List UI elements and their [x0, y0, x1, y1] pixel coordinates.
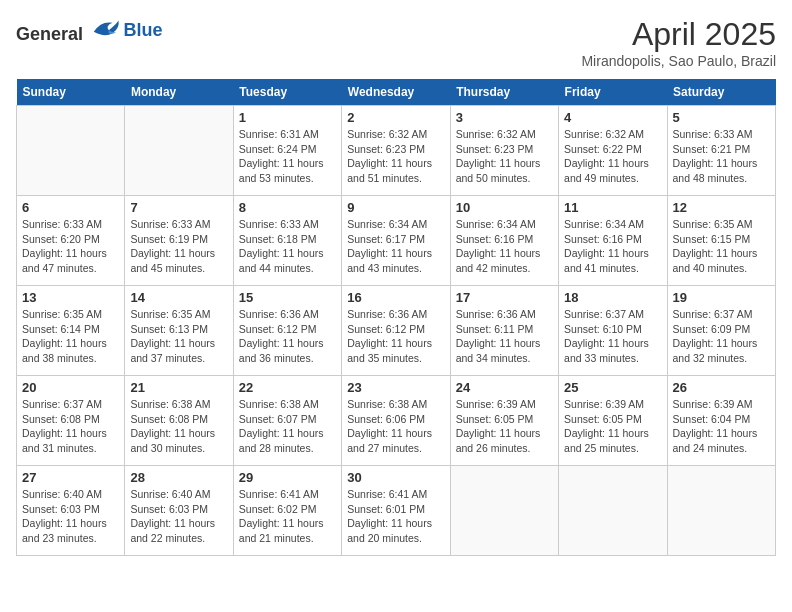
title-area: April 2025 Mirandopolis, Sao Paulo, Braz…: [581, 16, 776, 69]
calendar-week-4: 20Sunrise: 6:37 AMSunset: 6:08 PMDayligh…: [17, 376, 776, 466]
day-info: Sunrise: 6:36 AMSunset: 6:12 PMDaylight:…: [347, 307, 444, 366]
calendar-cell: 8Sunrise: 6:33 AMSunset: 6:18 PMDaylight…: [233, 196, 341, 286]
day-info: Sunrise: 6:37 AMSunset: 6:09 PMDaylight:…: [673, 307, 770, 366]
weekday-header-row: SundayMondayTuesdayWednesdayThursdayFrid…: [17, 79, 776, 106]
weekday-header-monday: Monday: [125, 79, 233, 106]
logo-general: General: [16, 24, 83, 44]
weekday-header-sunday: Sunday: [17, 79, 125, 106]
day-info: Sunrise: 6:31 AMSunset: 6:24 PMDaylight:…: [239, 127, 336, 186]
day-number: 5: [673, 110, 770, 125]
calendar-cell: 18Sunrise: 6:37 AMSunset: 6:10 PMDayligh…: [559, 286, 667, 376]
day-info: Sunrise: 6:39 AMSunset: 6:04 PMDaylight:…: [673, 397, 770, 456]
calendar-cell: 25Sunrise: 6:39 AMSunset: 6:05 PMDayligh…: [559, 376, 667, 466]
calendar-cell: [559, 466, 667, 556]
calendar-body: 1Sunrise: 6:31 AMSunset: 6:24 PMDaylight…: [17, 106, 776, 556]
calendar-cell: 29Sunrise: 6:41 AMSunset: 6:02 PMDayligh…: [233, 466, 341, 556]
day-number: 7: [130, 200, 227, 215]
day-number: 25: [564, 380, 661, 395]
day-number: 24: [456, 380, 553, 395]
day-number: 17: [456, 290, 553, 305]
calendar-cell: 24Sunrise: 6:39 AMSunset: 6:05 PMDayligh…: [450, 376, 558, 466]
calendar-table: SundayMondayTuesdayWednesdayThursdayFrid…: [16, 79, 776, 556]
day-info: Sunrise: 6:32 AMSunset: 6:22 PMDaylight:…: [564, 127, 661, 186]
day-info: Sunrise: 6:32 AMSunset: 6:23 PMDaylight:…: [456, 127, 553, 186]
day-info: Sunrise: 6:41 AMSunset: 6:01 PMDaylight:…: [347, 487, 444, 546]
day-info: Sunrise: 6:34 AMSunset: 6:17 PMDaylight:…: [347, 217, 444, 276]
calendar-subtitle: Mirandopolis, Sao Paulo, Brazil: [581, 53, 776, 69]
calendar-cell: 12Sunrise: 6:35 AMSunset: 6:15 PMDayligh…: [667, 196, 775, 286]
weekday-header-wednesday: Wednesday: [342, 79, 450, 106]
calendar-cell: 30Sunrise: 6:41 AMSunset: 6:01 PMDayligh…: [342, 466, 450, 556]
day-info: Sunrise: 6:40 AMSunset: 6:03 PMDaylight:…: [22, 487, 119, 546]
calendar-cell: 11Sunrise: 6:34 AMSunset: 6:16 PMDayligh…: [559, 196, 667, 286]
calendar-cell: 21Sunrise: 6:38 AMSunset: 6:08 PMDayligh…: [125, 376, 233, 466]
calendar-cell: 17Sunrise: 6:36 AMSunset: 6:11 PMDayligh…: [450, 286, 558, 376]
calendar-cell: 10Sunrise: 6:34 AMSunset: 6:16 PMDayligh…: [450, 196, 558, 286]
day-info: Sunrise: 6:37 AMSunset: 6:08 PMDaylight:…: [22, 397, 119, 456]
calendar-cell: [667, 466, 775, 556]
day-number: 29: [239, 470, 336, 485]
day-number: 23: [347, 380, 444, 395]
day-number: 10: [456, 200, 553, 215]
calendar-cell: 6Sunrise: 6:33 AMSunset: 6:20 PMDaylight…: [17, 196, 125, 286]
calendar-week-3: 13Sunrise: 6:35 AMSunset: 6:14 PMDayligh…: [17, 286, 776, 376]
calendar-cell: 22Sunrise: 6:38 AMSunset: 6:07 PMDayligh…: [233, 376, 341, 466]
day-info: Sunrise: 6:38 AMSunset: 6:06 PMDaylight:…: [347, 397, 444, 456]
calendar-cell: 19Sunrise: 6:37 AMSunset: 6:09 PMDayligh…: [667, 286, 775, 376]
logo: General Blue: [16, 16, 163, 45]
calendar-title: April 2025: [581, 16, 776, 53]
calendar-cell: [450, 466, 558, 556]
page-header: General Blue April 2025 Mirandopolis, Sa…: [16, 16, 776, 69]
calendar-week-1: 1Sunrise: 6:31 AMSunset: 6:24 PMDaylight…: [17, 106, 776, 196]
calendar-cell: [17, 106, 125, 196]
day-number: 26: [673, 380, 770, 395]
calendar-cell: 20Sunrise: 6:37 AMSunset: 6:08 PMDayligh…: [17, 376, 125, 466]
day-number: 20: [22, 380, 119, 395]
day-number: 11: [564, 200, 661, 215]
day-number: 6: [22, 200, 119, 215]
day-info: Sunrise: 6:39 AMSunset: 6:05 PMDaylight:…: [564, 397, 661, 456]
day-number: 28: [130, 470, 227, 485]
day-number: 27: [22, 470, 119, 485]
day-number: 18: [564, 290, 661, 305]
day-number: 15: [239, 290, 336, 305]
calendar-cell: 1Sunrise: 6:31 AMSunset: 6:24 PMDaylight…: [233, 106, 341, 196]
day-info: Sunrise: 6:38 AMSunset: 6:08 PMDaylight:…: [130, 397, 227, 456]
day-info: Sunrise: 6:37 AMSunset: 6:10 PMDaylight:…: [564, 307, 661, 366]
calendar-cell: 15Sunrise: 6:36 AMSunset: 6:12 PMDayligh…: [233, 286, 341, 376]
calendar-week-5: 27Sunrise: 6:40 AMSunset: 6:03 PMDayligh…: [17, 466, 776, 556]
day-info: Sunrise: 6:33 AMSunset: 6:18 PMDaylight:…: [239, 217, 336, 276]
calendar-header: SundayMondayTuesdayWednesdayThursdayFrid…: [17, 79, 776, 106]
day-info: Sunrise: 6:38 AMSunset: 6:07 PMDaylight:…: [239, 397, 336, 456]
weekday-header-tuesday: Tuesday: [233, 79, 341, 106]
weekday-header-friday: Friday: [559, 79, 667, 106]
day-number: 30: [347, 470, 444, 485]
calendar-cell: 23Sunrise: 6:38 AMSunset: 6:06 PMDayligh…: [342, 376, 450, 466]
calendar-cell: 3Sunrise: 6:32 AMSunset: 6:23 PMDaylight…: [450, 106, 558, 196]
day-info: Sunrise: 6:33 AMSunset: 6:21 PMDaylight:…: [673, 127, 770, 186]
calendar-cell: 16Sunrise: 6:36 AMSunset: 6:12 PMDayligh…: [342, 286, 450, 376]
day-number: 8: [239, 200, 336, 215]
calendar-cell: 13Sunrise: 6:35 AMSunset: 6:14 PMDayligh…: [17, 286, 125, 376]
day-info: Sunrise: 6:36 AMSunset: 6:11 PMDaylight:…: [456, 307, 553, 366]
logo-blue: Blue: [124, 20, 163, 40]
day-number: 21: [130, 380, 227, 395]
calendar-week-2: 6Sunrise: 6:33 AMSunset: 6:20 PMDaylight…: [17, 196, 776, 286]
calendar-cell: 9Sunrise: 6:34 AMSunset: 6:17 PMDaylight…: [342, 196, 450, 286]
day-info: Sunrise: 6:36 AMSunset: 6:12 PMDaylight:…: [239, 307, 336, 366]
calendar-cell: 14Sunrise: 6:35 AMSunset: 6:13 PMDayligh…: [125, 286, 233, 376]
day-info: Sunrise: 6:35 AMSunset: 6:14 PMDaylight:…: [22, 307, 119, 366]
day-info: Sunrise: 6:40 AMSunset: 6:03 PMDaylight:…: [130, 487, 227, 546]
day-number: 13: [22, 290, 119, 305]
weekday-header-thursday: Thursday: [450, 79, 558, 106]
calendar-cell: 5Sunrise: 6:33 AMSunset: 6:21 PMDaylight…: [667, 106, 775, 196]
day-info: Sunrise: 6:34 AMSunset: 6:16 PMDaylight:…: [564, 217, 661, 276]
day-number: 12: [673, 200, 770, 215]
calendar-cell: 2Sunrise: 6:32 AMSunset: 6:23 PMDaylight…: [342, 106, 450, 196]
calendar-cell: 28Sunrise: 6:40 AMSunset: 6:03 PMDayligh…: [125, 466, 233, 556]
day-info: Sunrise: 6:32 AMSunset: 6:23 PMDaylight:…: [347, 127, 444, 186]
day-number: 19: [673, 290, 770, 305]
day-info: Sunrise: 6:35 AMSunset: 6:15 PMDaylight:…: [673, 217, 770, 276]
calendar-cell: 7Sunrise: 6:33 AMSunset: 6:19 PMDaylight…: [125, 196, 233, 286]
day-info: Sunrise: 6:33 AMSunset: 6:20 PMDaylight:…: [22, 217, 119, 276]
